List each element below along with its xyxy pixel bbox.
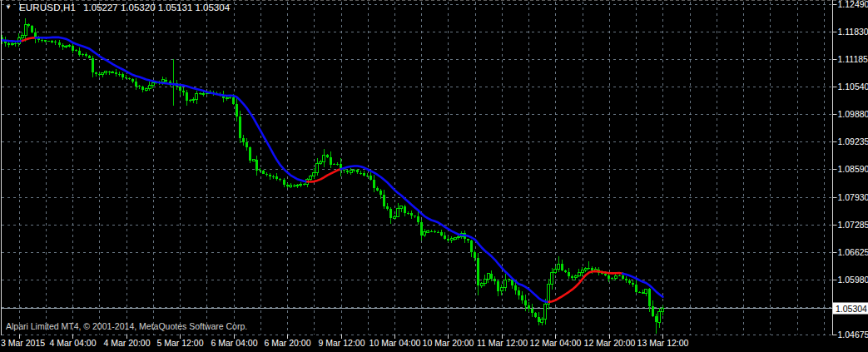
candle-bull — [65, 46, 67, 47]
candle-bear — [490, 274, 493, 279]
candle-bull — [500, 287, 503, 290]
time-axis[interactable]: 3 Mar 20154 Mar 04:004 Mar 20:005 Mar 12… — [0, 335, 868, 352]
candle-bull — [645, 289, 647, 293]
candle-bear — [249, 147, 251, 160]
candle-bear — [51, 41, 53, 42]
chart-title: ▼ EURUSD,H1 1.05227 1.05320 1.05131 1.05… — [5, 2, 230, 12]
candle-bear — [269, 175, 271, 176]
candle-bull — [145, 88, 147, 90]
candle-bear — [135, 82, 137, 86]
candle-bear — [58, 42, 61, 44]
chart-ohlc-readout: 1.05227 1.05320 1.05131 1.05304 — [83, 2, 230, 12]
candle-bear — [564, 270, 567, 271]
candle-bear — [652, 306, 654, 316]
candle-bear — [635, 285, 637, 293]
candle-bear — [467, 239, 469, 240]
price-label: 1.07930 — [838, 192, 868, 202]
candle-bear — [440, 232, 443, 235]
candle-bear — [246, 142, 248, 147]
candle-bull — [394, 216, 396, 218]
candle-bear — [255, 160, 258, 171]
candle-bear — [286, 185, 289, 186]
candle-bear — [179, 87, 181, 90]
candle-bear — [410, 213, 413, 216]
candle-bull — [252, 160, 255, 161]
candle-bear — [386, 206, 389, 209]
candle-bull — [226, 97, 228, 98]
ma-segment-blue — [2, 40, 22, 41]
candle-bull — [290, 186, 292, 186]
candle-bear — [470, 240, 473, 252]
candle-bull — [24, 24, 27, 36]
candle-bull — [424, 232, 426, 235]
time-label: 12 Mar 20:00 — [584, 338, 636, 348]
price-label: 1.08590 — [838, 164, 868, 174]
candle-bull — [614, 275, 617, 278]
candle-bull — [397, 209, 399, 216]
time-label: 12 Mar 04:00 — [530, 338, 582, 348]
candle-bear — [528, 305, 530, 309]
candle-bear — [383, 195, 385, 206]
price-axis[interactable]: 1.124901.118301.111851.105401.098801.092… — [833, 0, 868, 340]
chart-dropdown-icon[interactable]: ▼ — [5, 4, 12, 11]
candle-bull — [202, 93, 205, 94]
candle-bull — [105, 72, 107, 73]
candle-bear — [72, 46, 74, 51]
current-price-tag: 1.05304 — [833, 303, 868, 315]
candle-bear — [524, 300, 527, 306]
price-label: 1.11185 — [838, 54, 868, 64]
candle-bull — [196, 93, 198, 99]
candle-bear — [604, 274, 607, 275]
candle-bull — [484, 280, 486, 284]
candle-bear — [326, 155, 329, 156]
candle-bear — [420, 222, 423, 235]
candle-bear — [283, 180, 285, 185]
candle-bear — [373, 180, 375, 187]
candle-bear — [95, 72, 97, 74]
time-label: 13 Mar 12:00 — [637, 338, 689, 348]
candle-bull — [457, 236, 459, 237]
time-label: 11 Mar 12:00 — [477, 338, 528, 348]
candle-bull — [68, 46, 71, 47]
candle-bull — [300, 184, 302, 185]
candle-bull — [504, 280, 507, 287]
time-label: 4 Mar 20:00 — [103, 338, 150, 348]
candle-bear — [655, 316, 657, 322]
price-label: 1.10540 — [838, 82, 868, 92]
candle-bull — [427, 231, 429, 232]
time-label: 10 Mar 04:00 — [370, 338, 421, 348]
chart-background — [0, 0, 868, 352]
candle-bear — [531, 309, 533, 313]
broker-watermark: Alpari Limited MT4, © 2001-2014, MetaQuo… — [6, 321, 247, 331]
price-label: 1.09235 — [838, 136, 868, 146]
candle-bear — [27, 24, 30, 26]
price-label: 1.05980 — [838, 275, 868, 285]
candle-bull — [544, 304, 547, 320]
candle-bull — [310, 176, 312, 179]
time-label: 9 Mar 12:00 — [318, 338, 365, 348]
candle-bear — [98, 74, 101, 75]
candle-bull — [102, 73, 104, 75]
candle-bear — [474, 252, 476, 259]
candle-bear — [642, 292, 644, 294]
candle-bull — [584, 269, 587, 270]
candle-bull — [487, 274, 489, 280]
candle-bear — [265, 174, 268, 175]
candle-bull — [480, 284, 483, 285]
candle-bull — [574, 276, 577, 278]
time-label: 5 Mar 12:00 — [156, 338, 203, 348]
candle-bull — [350, 171, 352, 173]
candle-bull — [323, 155, 325, 161]
time-label: 6 Mar 20:00 — [264, 338, 310, 348]
price-chart-canvas[interactable]: 1.124901.118301.111851.105401.098801.092… — [0, 0, 868, 352]
candle-bear — [275, 176, 278, 179]
candle-bear — [108, 72, 111, 72]
candle-bear — [346, 171, 349, 173]
candle-bear — [363, 173, 365, 176]
bid-price-label: 1.05304 — [836, 304, 867, 314]
candle-bear — [447, 239, 449, 240]
candle-bear — [88, 56, 91, 58]
candle-bear — [444, 235, 446, 239]
candle-bear — [232, 97, 235, 104]
candle-bear — [632, 283, 634, 285]
